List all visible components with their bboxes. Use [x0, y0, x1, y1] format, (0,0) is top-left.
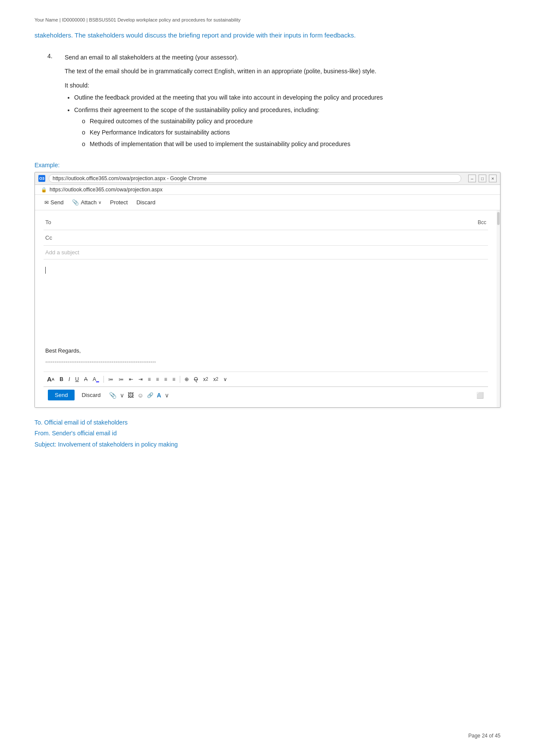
sub-item-1: Required outcomes of the sustainability … — [82, 116, 501, 126]
outlook-favicon: O3 — [38, 175, 45, 182]
hyperlink-button[interactable]: ⊕ — [183, 375, 191, 383]
decrease-indent-button[interactable]: ⇤ — [127, 375, 135, 383]
scrollbar-thumb[interactable] — [497, 212, 500, 225]
item-content-4: Send an email to all stakeholders at the… — [65, 53, 501, 152]
page-number: Page 24 of 45 — [468, 733, 501, 739]
align-justify-button[interactable]: ≡ — [171, 375, 177, 383]
intro-paragraph: stakeholders. The stakeholders would dis… — [34, 30, 501, 41]
cc-label: Cc — [45, 234, 63, 241]
to-field-row: To Bcc — [44, 215, 488, 230]
lock-icon: 🔒 — [41, 187, 47, 193]
font-size-large-button[interactable]: AA — [45, 375, 56, 384]
bold-button[interactable]: B — [58, 375, 65, 383]
cc-field-row: Cc — [44, 230, 488, 246]
outlook-compose-toolbar: ✉ Send 📎 Attach ∨ Protect Discard — [35, 195, 500, 210]
to-footer-line: To. Official email id of stakeholders — [34, 417, 501, 428]
align-center-button[interactable]: ≡ — [154, 375, 161, 383]
bullet-list: Outline the feedback provided at the mee… — [65, 93, 501, 149]
sub-item-2: Key Performance Indicators for sustainab… — [82, 128, 501, 137]
bullet-list-button[interactable]: ≔ — [106, 375, 115, 383]
scrollbar[interactable] — [497, 210, 500, 407]
bcc-label[interactable]: Bcc — [478, 219, 486, 225]
more-bottom-icon[interactable]: ∨ — [165, 392, 169, 399]
chrome-controls: – □ × — [468, 175, 497, 182]
subject-input[interactable]: Add a subject — [45, 249, 486, 256]
protect-toolbar-button[interactable]: Protect — [106, 197, 131, 207]
attach-toolbar-button[interactable]: 📎 Attach ∨ — [69, 197, 105, 207]
image-bottom-icon[interactable]: 🖼 — [128, 392, 134, 399]
it-should-label: It should: — [65, 81, 501, 90]
clear-format-button[interactable]: Q — [192, 375, 200, 383]
align-right-button[interactable]: ≡ — [163, 375, 169, 383]
best-regards-text: Best Regards, — [45, 347, 486, 354]
outlook-form-fields: To Bcc Cc Add a subj — [35, 210, 497, 407]
align-left-button[interactable]: ≡ — [146, 375, 153, 383]
discard-bottom-button[interactable]: Discard — [78, 390, 104, 400]
sub-item-3: Methods of implementation that will be u… — [82, 139, 501, 149]
numbered-item-4: 4. Send an email to all stakeholders at … — [34, 53, 501, 152]
fmt-divider-1 — [103, 376, 104, 383]
italic-button[interactable]: I — [67, 375, 72, 383]
chrome-window: O3 https://outlook.office365.com/owa/pro… — [34, 172, 501, 408]
formatting-toolbar: AA B I U A A_ ≔ ≔ ⇤ ⇥ ≡ ≡ ≡ ≡ ⊕ — [44, 372, 488, 387]
document-header: Your Name | ID0000000 | BSBSUS501 Develo… — [34, 17, 501, 22]
from-footer-line: From. Sender's official email id — [34, 428, 501, 439]
chrome-maximize-button[interactable]: □ — [479, 175, 486, 182]
font-bottom-icon[interactable]: A — [157, 392, 161, 399]
item-main-text: Send an email to all stakeholders at the… — [65, 53, 501, 62]
numbered-list-button[interactable]: ≔ — [117, 375, 125, 383]
subject-footer-line: Subject: Involvement of stakeholders in … — [34, 439, 501, 450]
chrome-url-bar[interactable]: https://outlook.office365.com/owa/projec… — [49, 174, 461, 183]
increase-indent-button[interactable]: ⇥ — [137, 375, 144, 383]
strikethrough-button[interactable]: A — [82, 375, 89, 383]
outlook-compose-main: To Bcc Cc Add a subj — [35, 210, 497, 407]
outlook-compose-body: To Bcc Cc Add a subj — [35, 210, 500, 407]
sub-list: Required outcomes of the sustainability … — [74, 116, 501, 149]
cursor — [45, 267, 46, 274]
attach-chevron-icon: ∨ — [98, 200, 101, 205]
item-number-4: 4. — [34, 53, 65, 152]
chrome-close-button[interactable]: × — [489, 175, 497, 182]
discard-toolbar-button[interactable]: Discard — [133, 197, 159, 207]
send-bottom-button[interactable]: Send — [48, 390, 75, 400]
expand-compose-icon[interactable]: ⬜ — [476, 392, 484, 399]
signature-separator: ****************************************… — [45, 360, 486, 366]
chevron-attach-icon[interactable]: ∨ — [120, 392, 124, 399]
attach-icon: 📎 — [72, 199, 79, 206]
item-sub-text: The text of the email should be in gramm… — [65, 66, 501, 76]
fmt-divider-2 — [180, 376, 180, 383]
underline-button[interactable]: U — [73, 375, 81, 383]
font-color-button[interactable]: A_ — [91, 375, 101, 383]
chrome-minimize-button[interactable]: – — [468, 175, 476, 182]
superscript-button[interactable]: x2 — [201, 375, 210, 383]
footer-links: To. Official email id of stakeholders Fr… — [34, 417, 501, 450]
attach-bottom-icon[interactable]: 📎 — [109, 392, 116, 399]
subject-row: Add a subject — [44, 246, 488, 259]
bullet-item-1: Outline the feedback provided at the mee… — [74, 93, 501, 102]
send-toolbar-button[interactable]: ✉ Send — [41, 197, 67, 207]
bullet-item-2: Confirms their agreement to the scope of… — [74, 105, 501, 149]
chrome-titlebar: O3 https://outlook.office365.com/owa/pro… — [35, 172, 500, 185]
send-icon: ✉ — [44, 200, 49, 206]
bottom-icons-group: 📎 ∨ 🖼 ☺ 🔗 A ∨ — [109, 392, 169, 399]
example-label: Example: — [34, 162, 501, 169]
emoji-bottom-icon[interactable]: ☺ — [137, 392, 143, 399]
bottom-compose-toolbar: Send Discard 📎 ∨ 🖼 ☺ 🔗 A ∨ — [44, 387, 488, 403]
link-bottom-icon[interactable]: 🔗 — [147, 392, 153, 398]
more-format-button[interactable]: ∨ — [222, 375, 229, 383]
subscript-button[interactable]: x2 — [212, 375, 220, 383]
signature-area: Best Regards, **************************… — [44, 346, 488, 372]
outlook-address-bar: 🔒 https://outlook.office365.com/owa/proj… — [35, 185, 500, 195]
to-label: To — [45, 219, 63, 225]
email-compose-area[interactable] — [44, 259, 488, 346]
